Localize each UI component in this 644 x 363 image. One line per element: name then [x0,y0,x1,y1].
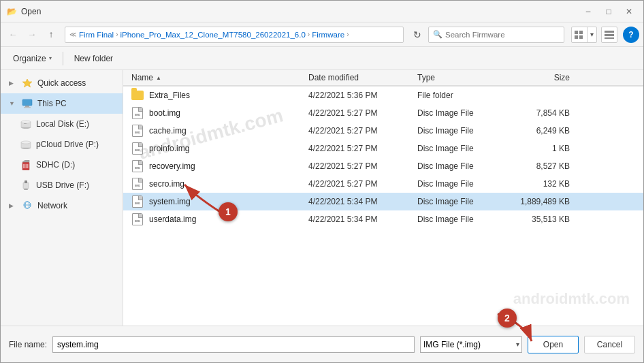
filetype-select[interactable]: IMG File (*.img) [420,336,522,353]
file-name-cell: IMG proinfo.img [126,142,303,155]
svg-rect-25 [25,180,27,183]
file-name-text: secro.img [149,179,184,189]
file-size-cell: 7,854 KB [507,108,575,118]
back-button[interactable]: ← [5,27,21,43]
minimize-button[interactable]: – [579,3,597,20]
forward-button[interactable]: → [24,27,40,43]
col-size-label: Size [554,73,570,82]
toolbar-separator [63,52,63,65]
col-header-size[interactable]: Size [507,73,575,82]
file-list-body: Extra_Files 4/22/2021 5:36 PM File folde… [123,86,643,326]
file-type-cell: Disc Image File [412,108,507,118]
file-name-cell: IMG cache.img [126,125,303,137]
network-icon [21,200,33,212]
file-list-area: Name ▲ Date modified Type Size Extra_Fil… [123,70,643,326]
table-row[interactable]: Extra_Files 4/22/2021 5:36 PM File folde… [123,86,643,104]
open-dialog: 📂 Open – □ ✕ ← → ↑ ≪ Firm Final › iPhone… [0,0,644,363]
sidebar-item-network[interactable]: ▶ Network [1,195,123,216]
col-header-date[interactable]: Date modified [303,73,412,82]
img-file-icon: IMG [132,160,143,172]
breadcrumb-firm-final[interactable]: Firm Final [79,31,114,39]
breadcrumb[interactable]: ≪ Firm Final › iPhone_Pro_Max_12_Clone_M… [65,27,404,43]
table-row[interactable]: IMG boot.img 4/22/2021 5:27 PM Disc Imag… [123,104,643,122]
views-button[interactable]: ▾ [571,27,597,43]
search-box[interactable]: 🔍 [428,27,564,43]
breadcrumb-chevron-1: › [116,31,118,38]
file-name-cell: IMG boot.img [126,107,303,119]
open-button[interactable]: Open [528,336,579,353]
col-header-name[interactable]: Name ▲ [126,73,303,82]
table-row[interactable]: IMG userdata.img 4/22/2021 5:34 PM Disc … [123,210,643,228]
svg-rect-9 [25,106,29,107]
breadcrumb-chevron-2: › [308,31,310,38]
svg-rect-6 [605,37,614,39]
img-file-icon: IMG [132,142,143,155]
new-folder-button[interactable]: New folder [69,50,118,67]
cancel-button[interactable]: Cancel [584,336,635,353]
file-icon: IMG [131,213,144,225]
file-date-cell: 4/22/2021 5:27 PM [303,144,412,153]
views-dropdown-arrow[interactable]: ▾ [587,27,596,42]
search-input[interactable] [445,31,560,39]
file-name-text: userdata.img [149,215,196,224]
layout-button[interactable] [601,27,617,43]
sidebar-quick-access-label: Quick access [37,78,86,88]
file-size-cell: 35,513 KB [507,215,575,224]
pcloud-icon [20,138,32,151]
file-date-cell: 4/22/2021 5:34 PM [303,215,412,224]
local-disk-icon [20,118,32,130]
img-file-icon: IMG [132,195,143,208]
help-button[interactable]: ? [623,27,639,43]
file-name-cell: IMG secro.img [126,178,303,190]
filetype-select-wrap[interactable]: IMG File (*.img) [420,336,522,353]
file-type-cell: Disc Image File [412,161,507,171]
img-file-icon: IMG [132,213,143,225]
col-type-label: Type [417,73,435,82]
breadcrumb-iphone[interactable]: iPhone_Pro_Max_12_Clone_MT7580_26022021_… [120,31,305,39]
svg-rect-10 [24,107,31,108]
up-button[interactable]: ↑ [43,27,59,43]
table-row[interactable]: IMG recovery.img 4/22/2021 5:27 PM Disc … [123,157,643,175]
sidebar-item-sdhc[interactable]: SDHC (D:) [1,155,123,175]
file-name-text: recovery.img [149,161,195,171]
svg-marker-7 [22,79,32,87]
refresh-button[interactable]: ↻ [409,27,425,43]
layout-icon [602,27,617,42]
file-name-text: Extra_Files [149,91,190,100]
table-row[interactable]: IMG cache.img 4/22/2021 5:27 PM Disc Ima… [123,122,643,140]
file-icon [131,89,144,101]
svg-rect-21 [26,164,27,168]
this-pc-icon [21,97,33,110]
organize-button[interactable]: Organize ▾ [7,50,57,67]
table-row[interactable]: IMG secro.img 4/22/2021 5:27 PM Disc Ima… [123,175,643,193]
file-name-cell: IMG system.img [126,195,303,208]
file-icon: IMG [131,178,144,190]
nav-bar: ← → ↑ ≪ Firm Final › iPhone_Pro_Max_12_C… [1,22,643,47]
file-name-text: cache.img [149,126,187,136]
file-name-cell: IMG userdata.img [126,213,303,225]
table-row[interactable]: IMG proinfo.img 4/22/2021 5:27 PM Disc I… [123,140,643,157]
maximize-button[interactable]: □ [600,3,617,20]
main-content: ▶ Quick access ▼ This PC Local Disk ( [1,70,643,326]
sidebar-item-pcloud[interactable]: pCloud Drive (P:) [1,134,123,155]
sidebar-item-local-disk[interactable]: Local Disk (E:) [1,114,123,134]
sidebar-item-quick-access[interactable]: ▶ Quick access [1,73,123,93]
search-icon: 🔍 [433,30,442,39]
close-button[interactable]: ✕ [620,3,638,20]
sidebar-sdhc-label: SDHC (D:) [36,160,75,170]
file-size-cell: 6,249 KB [507,126,575,136]
breadcrumb-firmware[interactable]: Firmware [312,31,344,39]
table-row[interactable]: IMG system.img 4/22/2021 5:34 PM Disc Im… [123,193,643,210]
file-type-cell: Disc Image File [412,126,507,136]
file-size-cell: 1,889,489 KB [507,197,575,206]
col-header-type[interactable]: Type [412,73,507,82]
svg-marker-23 [22,160,29,162]
this-pc-expand: ▼ [9,100,17,107]
svg-point-17 [21,141,31,144]
file-date-cell: 4/22/2021 5:34 PM [303,197,412,206]
file-icon: IMG [131,107,144,119]
sidebar-item-this-pc[interactable]: ▼ This PC [1,93,123,114]
filename-input[interactable] [52,336,415,353]
col-name-label: Name [131,73,153,82]
sidebar-item-usb[interactable]: USB Drive (F:) [1,175,123,195]
